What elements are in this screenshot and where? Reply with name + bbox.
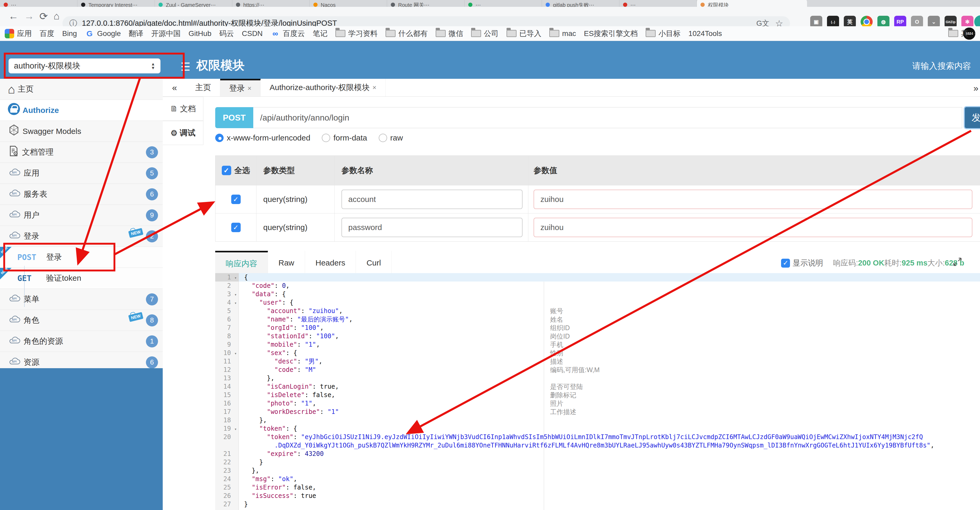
fold-icon[interactable]: ▾: [234, 425, 237, 434]
line-number: 23: [215, 466, 239, 475]
bookmark-item[interactable]: mac: [549, 29, 576, 38]
browser-tab[interactable]: Zuul - GameServer⋯: [155, 0, 232, 7]
close-icon[interactable]: ×: [248, 84, 251, 92]
select-all-checkbox[interactable]: ✓: [222, 166, 231, 175]
close-icon[interactable]: ×: [372, 83, 376, 92]
sidebar-op-post[interactable]: NEWPOST登录: [0, 247, 163, 268]
body-type-option[interactable]: x-www-form-urlencoded: [215, 134, 310, 142]
bookmark-item[interactable]: ESES搜索引擎文档: [584, 29, 638, 38]
browser-tab[interactable]: Nacos: [310, 0, 387, 7]
browser-tab[interactable]: gitlab push失败⋯: [542, 0, 619, 7]
bookmark-item[interactable]: 已导入: [506, 29, 541, 38]
code-line: 10▾ "sex": {: [215, 349, 980, 357]
folder-icon: [646, 30, 655, 37]
sidebar-item[interactable]: Authorize: [0, 100, 163, 121]
browser-tab[interactable]: ⋯: [0, 0, 78, 7]
expand-icon[interactable]: [953, 257, 962, 268]
collapse-tabs-icon[interactable]: «: [163, 79, 186, 96]
home-icon[interactable]: ⌂: [54, 11, 60, 22]
bookmark-item[interactable]: ∞百度云: [270, 29, 305, 38]
bookmark-item[interactable]: 10241024Tools: [689, 29, 722, 38]
tab-label: Nacos: [321, 2, 336, 7]
count-badge: 6: [146, 356, 158, 368]
bookmark-item[interactable]: GGitHub: [188, 29, 211, 38]
browser-toolbar: ← → ⟳ ⌂ ⓘ 127.0.0.1:8760/api/gate/doc.ht…: [0, 7, 980, 26]
fold-icon[interactable]: ▾: [234, 349, 237, 358]
bookmark-item[interactable]: 译翻译: [129, 29, 143, 38]
browser-tab[interactable]: ⋯: [619, 0, 697, 7]
bookmark-item[interactable]: C开源中国: [151, 29, 181, 38]
menu-icon[interactable]: ☰: [181, 61, 193, 73]
sidebar-item[interactable]: API角色NEW8: [0, 310, 163, 331]
bookmark-item[interactable]: G码云: [220, 29, 234, 38]
body-type-option[interactable]: form-data: [322, 134, 367, 142]
code-line: 7 "orgId": "100",: [215, 324, 980, 332]
sidebar-item[interactable]: API角色的资源1: [0, 331, 163, 352]
cloud-icon: API: [0, 209, 21, 221]
param-value-input[interactable]: [534, 218, 972, 237]
bookmark-item[interactable]: 公司: [471, 29, 499, 38]
document-tabs[interactable]: «主页登录×Authorize-authority-权限模块×: [163, 79, 980, 97]
sidebar-item[interactable]: 文档管理3: [0, 142, 163, 163]
browser-tab[interactable]: https://⋯: [232, 0, 310, 7]
back-icon[interactable]: ←: [8, 11, 18, 22]
browser-tab-strip[interactable]: ⋯Temporary Interest⋯Zuul - GameServer⋯ht…: [0, 0, 980, 7]
bookmark-item[interactable]: 百百度: [40, 29, 54, 38]
fold-icon[interactable]: ▾: [234, 299, 237, 307]
code-line: 2 "code": 0,: [215, 282, 980, 290]
bookmark-item[interactable]: CCSDN: [242, 29, 263, 38]
response-tab[interactable]: 响应内容: [215, 251, 268, 275]
response-tab[interactable]: Curl: [356, 251, 391, 275]
forward-icon[interactable]: →: [24, 11, 34, 22]
page-title: 权限模块: [196, 57, 245, 73]
doc-tab[interactable]: Authorize-authority-权限模块×: [261, 79, 385, 96]
side-tab-debug[interactable]: ⚙调试: [163, 121, 204, 145]
show-desc-checkbox[interactable]: ✓: [781, 259, 790, 268]
bookmark-item[interactable]: 什么都有: [385, 29, 428, 38]
row-checkbox[interactable]: ✓: [231, 194, 241, 204]
bookmark-overflow[interactable]: 其⋯: [948, 29, 976, 38]
side-tab-doc[interactable]: 🗎文档: [163, 97, 204, 121]
send-button[interactable]: 发: [964, 106, 980, 129]
fold-icon[interactable]: ▾: [234, 290, 237, 299]
bookmark-item[interactable]: bBing: [62, 29, 77, 38]
sidebar-item[interactable]: API服务表6: [0, 184, 163, 205]
bookmark-item[interactable]: GGoogle: [85, 29, 121, 38]
fold-icon[interactable]: ▾: [234, 274, 237, 282]
sidebar-item[interactable]: API登录NEW2: [0, 226, 163, 247]
bookmark-item[interactable]: 学习资料: [336, 29, 378, 38]
response-tab[interactable]: Headers: [305, 251, 356, 275]
reload-icon[interactable]: ⟳: [39, 11, 48, 22]
endpoint-path[interactable]: /api/authority/anno/login: [253, 107, 962, 128]
bookmark-item[interactable]: 微信: [436, 29, 463, 38]
sidebar-item[interactable]: Swagger Models: [0, 121, 163, 142]
browser-tab[interactable]: 权限模块: [697, 0, 807, 7]
bookmark-item[interactable]: 小目标: [646, 29, 681, 38]
browser-tab[interactable]: ⋯: [465, 0, 542, 7]
response-tabs[interactable]: 响应内容RawHeadersCurl ✓ 显示说明 响应码:200 OK耗时:9…: [215, 251, 980, 275]
bookmark-item[interactable]: ✎笔记: [313, 29, 328, 38]
param-value-input[interactable]: [534, 190, 972, 209]
sidebar-item[interactable]: ⌂主页: [0, 79, 163, 100]
bookmark-label: 翻译: [129, 29, 143, 38]
response-tab[interactable]: Raw: [268, 251, 305, 275]
param-name-input[interactable]: [342, 190, 523, 209]
header-search-input[interactable]: 请输入搜索内容: [912, 61, 971, 72]
row-checkbox[interactable]: ✓: [231, 223, 241, 232]
browser-tab[interactable]: Temporary Interest⋯: [78, 0, 155, 7]
body-type-radios[interactable]: x-www-form-urlencodedform-dataraw: [215, 134, 403, 142]
line-number: [215, 441, 239, 449]
svg-text:API: API: [11, 171, 16, 174]
sidebar-item[interactable]: API应用5: [0, 163, 163, 184]
param-name-input[interactable]: [342, 218, 523, 237]
sidebar-item[interactable]: API用户9: [0, 205, 163, 226]
bookmarks-bar[interactable]: 应用百百度bBingGGoogle译翻译C开源中国GGitHubG码云CCSDN…: [0, 26, 980, 41]
more-tabs-icon[interactable]: »: [974, 83, 978, 93]
body-type-option[interactable]: raw: [379, 134, 403, 142]
doc-tab[interactable]: 登录×: [220, 79, 261, 96]
bookmark-item[interactable]: 应用: [5, 29, 32, 38]
module-select[interactable]: authority-权限模块 ▲▼: [8, 58, 161, 73]
doc-tab[interactable]: 主页: [186, 79, 220, 96]
browser-tab[interactable]: Route 网关⋯: [387, 0, 465, 7]
doc-debug-tabs[interactable]: 🗎文档⚙调试: [163, 97, 204, 254]
